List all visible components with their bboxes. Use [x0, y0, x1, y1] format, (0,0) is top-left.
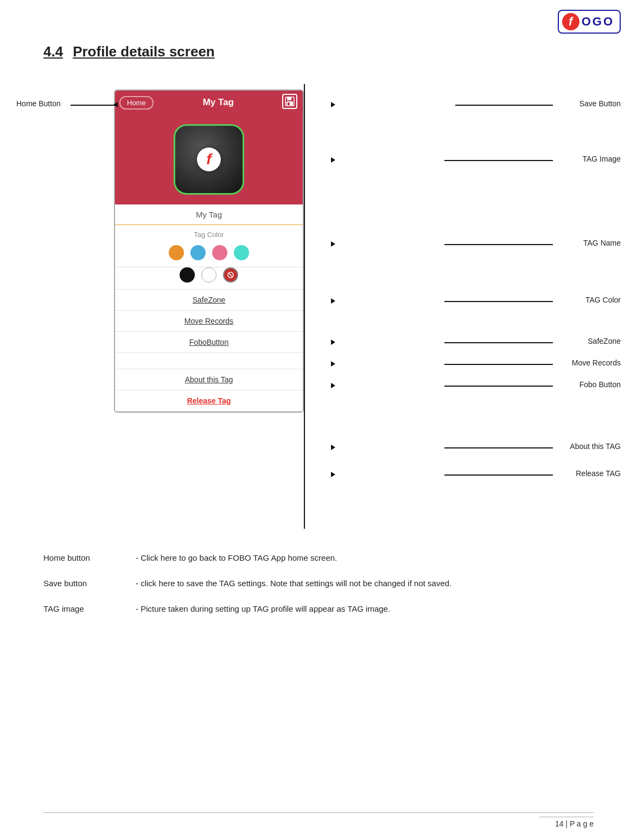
desc-def-home: - Click here to go back to FOBO TAG App … — [136, 553, 594, 562]
save-button-icon[interactable] — [282, 94, 297, 109]
desc-term-home: Home button — [43, 553, 136, 562]
about-tag-line — [444, 447, 553, 448]
logo-box: f OGO — [558, 10, 621, 34]
safe-zone-annotation: SafeZone — [588, 337, 621, 345]
about-tag-arrow — [331, 445, 335, 450]
tag-color-label-row: Tag Color — [115, 225, 303, 241]
tag-name-row: My Tag — [115, 204, 303, 225]
tag-name-annotation: TAG Name — [583, 239, 621, 247]
desc-def-save: - click here to save the TAG settings. N… — [136, 579, 594, 588]
tag-name-line — [444, 244, 553, 245]
phone-content: My Tag Tag Color SafeZone — [115, 204, 303, 412]
fobo-button-link[interactable]: FoboButton — [115, 332, 303, 353]
save-button-arrow — [331, 102, 335, 107]
svg-line-5 — [229, 273, 232, 277]
tag-image-annotation: TAG Image — [582, 155, 621, 163]
safe-zone-link[interactable]: SafeZone — [115, 290, 303, 311]
tag-color-label: Tag Color — [194, 230, 224, 239]
desc-row-image: TAG image - Picture taken during setting… — [43, 604, 594, 613]
release-tag-arrow — [331, 472, 335, 477]
save-button-annotation: Save Button — [579, 99, 621, 108]
colors-row — [115, 241, 303, 267]
color-teal[interactable] — [234, 245, 249, 260]
tag-image-arrow — [331, 157, 335, 163]
colors-row-2 — [115, 267, 303, 290]
color-red-selected[interactable] — [223, 267, 238, 283]
description-area: Home button - Click here to go back to F… — [0, 553, 637, 630]
tag-image-area: f — [115, 114, 303, 204]
color-black[interactable] — [180, 267, 195, 283]
desc-row-save: Save button - click here to save the TAG… — [43, 579, 594, 588]
center-divider — [304, 84, 305, 529]
tag-image-line — [444, 160, 553, 161]
logo-f-icon: f — [562, 13, 579, 30]
desc-term-save: Save button — [43, 579, 136, 588]
section-title: Profile details screen — [73, 43, 215, 60]
color-pink[interactable] — [212, 245, 227, 260]
svg-rect-1 — [287, 97, 291, 100]
spacer-row — [115, 353, 303, 369]
about-tag-annotation: About this TAG — [570, 442, 621, 451]
fobo-button-annotation: Fobo Button — [579, 380, 621, 389]
tag-name-value: My Tag — [196, 210, 222, 219]
about-tag-link[interactable]: About this Tag — [115, 369, 303, 390]
tag-color-line — [444, 301, 553, 302]
save-button-line — [455, 105, 553, 106]
move-records-line — [444, 364, 553, 365]
bottom-rule — [43, 812, 594, 813]
tag-color-annotation: TAG Color — [585, 296, 621, 304]
section-heading: 4.4Profile details screen — [43, 43, 215, 60]
move-records-link[interactable]: Move Records — [115, 311, 303, 332]
home-button-line — [71, 105, 115, 106]
fobo-button-arrow — [331, 383, 335, 388]
tag-device-f-logo: f — [197, 148, 221, 171]
color-orange[interactable] — [169, 245, 184, 260]
desc-def-image: - Picture taken during setting up TAG pr… — [136, 604, 594, 613]
tag-name-arrow — [331, 241, 335, 247]
svg-rect-3 — [288, 102, 290, 105]
phone-title: My Tag — [154, 97, 283, 108]
release-tag-link[interactable]: Release Tag — [115, 390, 303, 412]
move-records-annotation: Move Records — [572, 358, 621, 367]
release-tag-line — [444, 474, 553, 476]
color-white[interactable] — [201, 267, 216, 283]
phone-mockup: Home My Tag f My Tag — [114, 89, 304, 413]
home-button-arrow — [113, 102, 118, 107]
home-button-annotation: Home Button — [16, 99, 61, 108]
desc-term-image: TAG image — [43, 604, 136, 613]
logo-text: OGO — [582, 15, 614, 29]
safe-zone-line — [444, 342, 553, 343]
move-records-arrow — [331, 361, 335, 367]
logo-area: f OGO — [558, 10, 621, 34]
diagram-area: Home My Tag f My Tag — [0, 84, 637, 540]
home-button[interactable]: Home — [119, 96, 154, 110]
tag-device-image: f — [174, 124, 244, 195]
release-tag-annotation: Release TAG — [576, 469, 621, 478]
section-number: 4.4 — [43, 43, 63, 60]
fobo-button-line — [444, 386, 553, 387]
phone-header: Home My Tag — [115, 91, 303, 114]
safe-zone-arrow — [331, 339, 335, 345]
tag-color-arrow — [331, 298, 335, 304]
page-number: 14 | P a g e — [539, 817, 594, 828]
color-blue[interactable] — [190, 245, 206, 260]
desc-row-home: Home button - Click here to go back to F… — [43, 553, 594, 562]
